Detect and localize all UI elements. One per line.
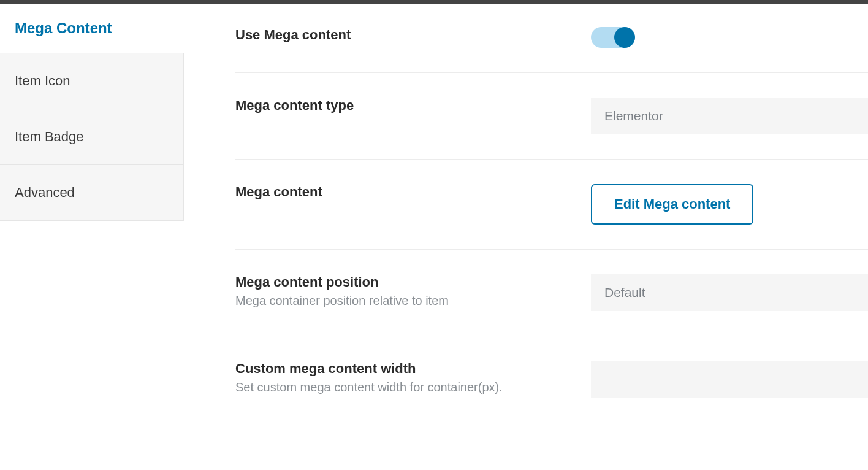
mega-content-type-select[interactable]: Elementor (591, 98, 868, 134)
row-mega-content-type: Mega content type Elementor (235, 73, 868, 160)
sidebar-tab-label: Item Badge (15, 129, 84, 144)
row-label: Custom mega content width (235, 361, 591, 377)
select-value: Elementor (604, 109, 663, 123)
row-control (591, 27, 868, 48)
settings-sidebar: Mega Content Item Icon Item Badge Advanc… (0, 4, 184, 470)
row-custom-mega-content-width: Custom mega content width Set custom meg… (235, 336, 868, 422)
row-control (591, 361, 868, 398)
row-control: Edit Mega content (591, 184, 868, 225)
sidebar-tab-item-badge[interactable]: Item Badge (0, 109, 184, 165)
row-description: Mega container position relative to item (235, 294, 591, 308)
row-control: Elementor (591, 98, 868, 134)
row-mega-content-position: Mega content position Mega container pos… (235, 250, 868, 336)
row-label-column: Use Mega content (235, 27, 591, 43)
row-label-column: Mega content (235, 184, 591, 200)
row-label: Mega content position (235, 274, 591, 290)
row-description: Set custom mega content width for contai… (235, 380, 591, 395)
row-label: Use Mega content (235, 27, 591, 43)
button-label: Edit Mega content (614, 196, 730, 212)
edit-mega-content-button[interactable]: Edit Mega content (591, 184, 753, 225)
row-label: Mega content (235, 184, 591, 200)
toggle-knob (614, 27, 635, 48)
row-label-column: Mega content type (235, 98, 591, 114)
mega-content-position-select[interactable]: Default (591, 274, 868, 311)
sidebar-tab-item-icon[interactable]: Item Icon (0, 53, 184, 109)
row-use-mega-content: Use Mega content (235, 10, 868, 73)
use-mega-content-toggle[interactable] (591, 27, 635, 48)
row-label-column: Custom mega content width Set custom meg… (235, 361, 591, 395)
settings-content: Use Mega content Mega content type Eleme… (184, 4, 868, 470)
sidebar-tab-advanced[interactable]: Advanced (0, 164, 184, 221)
row-control: Default (591, 274, 868, 311)
sidebar-tab-label: Advanced (15, 185, 75, 200)
sidebar-tab-label: Mega Content (15, 20, 112, 36)
row-mega-content: Mega content Edit Mega content (235, 160, 868, 250)
sidebar-tab-mega-content[interactable]: Mega Content (0, 4, 184, 53)
sidebar-tab-label: Item Icon (15, 73, 70, 88)
main-layout: Mega Content Item Icon Item Badge Advanc… (0, 4, 868, 470)
row-label-column: Mega content position Mega container pos… (235, 274, 591, 308)
select-value: Default (604, 285, 645, 299)
custom-width-input[interactable] (591, 361, 868, 398)
row-label: Mega content type (235, 98, 591, 114)
